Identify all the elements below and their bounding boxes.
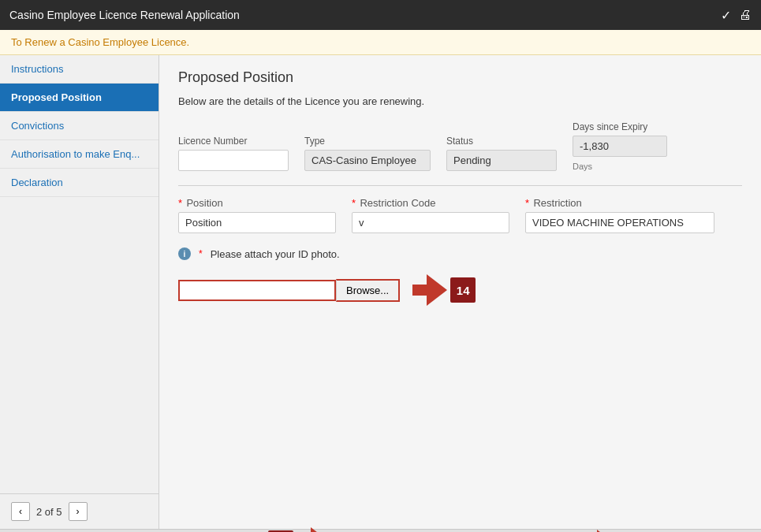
browse-button[interactable]: Browse... <box>336 279 400 302</box>
attach-input-row: Browse... 14 <box>178 274 742 306</box>
days-expiry-group: Days since Expiry Days <box>573 121 667 171</box>
licence-number-group: Licence Number <box>178 136 289 171</box>
pagination: ‹ 2 of 5 › <box>0 493 159 529</box>
licence-number-input[interactable] <box>178 150 289 171</box>
sidebar-item-authorisation[interactable]: Authorisation to make Enq... <box>0 140 159 169</box>
sidebar-item-convictions[interactable]: Convictions <box>0 112 159 140</box>
page-next-button[interactable]: › <box>69 502 88 521</box>
days-unit: Days <box>573 162 667 171</box>
type-input <box>304 150 431 171</box>
divider-1 <box>178 185 742 186</box>
restriction-required-star: * <box>525 197 529 209</box>
licence-details-row: Licence Number Type Status Days since Ex… <box>178 121 742 171</box>
page-prev-button[interactable]: ‹ <box>11 502 30 521</box>
restriction-code-input[interactable] <box>352 212 509 233</box>
attach-required-star: * <box>199 248 203 259</box>
restriction-code-required-star: * <box>352 197 356 209</box>
banner-text: To Renew a Casino Employee Licence. <box>11 36 189 48</box>
printer-icon[interactable]: 🖨 <box>739 8 752 22</box>
position-required-star: * <box>178 197 182 209</box>
arrow-16-shape <box>297 527 331 532</box>
status-label: Status <box>446 136 557 147</box>
sidebar-nav: Instructions Proposed Position Convictio… <box>0 55 159 197</box>
main-layout: Instructions Proposed Position Convictio… <box>0 55 761 529</box>
info-banner: To Renew a Casino Employee Licence. <box>0 30 761 55</box>
app-title: Casino Employee Licence Renewal Applicat… <box>9 9 240 21</box>
section-title: Proposed Position <box>178 69 742 86</box>
restriction-input[interactable] <box>525 212 714 233</box>
restriction-code-label: * Restriction Code <box>352 197 509 209</box>
section-description: Below are the details of the Licence you… <box>178 95 742 107</box>
file-input-group: Browse... <box>178 279 400 302</box>
days-expiry-label: Days since Expiry <box>573 121 667 132</box>
type-group: Type <box>304 136 431 171</box>
app-header: Casino Employee Licence Renewal Applicat… <box>0 0 761 30</box>
attach-label-text: Please attach your ID photo. <box>211 248 340 260</box>
position-input[interactable] <box>178 212 336 233</box>
status-input <box>446 150 557 171</box>
attach-label-row: i * Please attach your ID photo. <box>178 247 742 260</box>
footer-toolbar: 16 PDF 💾 Save 👁 Review 15 ▶ Next Submit <box>0 529 761 532</box>
arrowhead-14 <box>427 274 447 306</box>
position-group: * Position <box>178 197 336 233</box>
days-expiry-input <box>573 136 667 157</box>
arrow-15-shape <box>583 530 617 533</box>
annotation-16: 16 <box>268 527 331 532</box>
annotation-15: 15 <box>554 530 617 533</box>
checkmark-icon[interactable]: ✓ <box>721 8 731 23</box>
sidebar-item-proposed-position[interactable]: Proposed Position <box>0 84 159 112</box>
header-actions: ✓ 🖨 <box>721 8 752 23</box>
licence-number-label: Licence Number <box>178 136 289 147</box>
restriction-label: * Restriction <box>525 197 714 209</box>
file-attach-section: i * Please attach your ID photo. Browse.… <box>178 247 742 306</box>
sidebar: Instructions Proposed Position Convictio… <box>0 55 159 529</box>
info-icon: i <box>178 247 191 260</box>
position-label: * Position <box>178 197 336 209</box>
content-area: Proposed Position Below are the details … <box>159 55 761 529</box>
position-fields-row: * Position * Restriction Code * Restrict… <box>178 197 742 233</box>
sidebar-item-instructions[interactable]: Instructions <box>0 55 159 84</box>
restriction-group: * Restriction <box>525 197 714 233</box>
arrowhead-16 <box>311 527 331 532</box>
badge-14: 14 <box>450 277 476 303</box>
sidebar-item-declaration[interactable]: Declaration <box>0 169 159 197</box>
page-info: 2 of 5 <box>36 506 62 518</box>
file-path-input[interactable] <box>178 280 336 301</box>
restriction-code-group: * Restriction Code <box>352 197 509 233</box>
type-label: Type <box>304 136 431 147</box>
arrow-14-shape <box>412 274 447 306</box>
annotation-14: 14 <box>412 274 476 306</box>
arrowhead-15 <box>597 530 617 533</box>
status-group: Status <box>446 136 557 171</box>
